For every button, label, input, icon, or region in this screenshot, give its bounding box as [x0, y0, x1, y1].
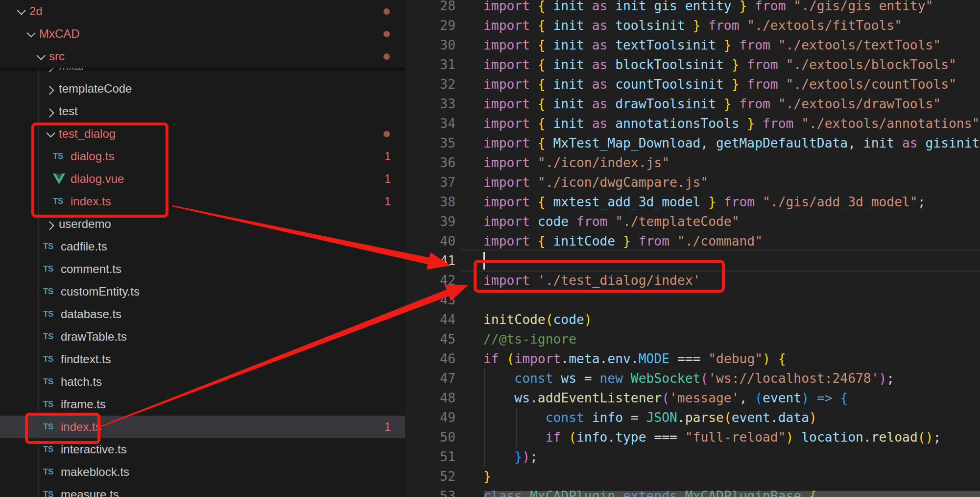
code-text: ws.addEventListener('message', (event) =…	[483, 391, 848, 405]
chevron-down-icon	[24, 31, 36, 37]
tree-item-test-dialog[interactable]: test_dialog	[0, 123, 405, 145]
code-line[interactable]: 33import { init as drawToolsinit } from …	[405, 94, 980, 114]
code-line[interactable]: 51 });	[405, 447, 980, 467]
tree-item-label: customEntity.ts	[61, 285, 140, 298]
code-text: if (import.meta.env.MODE === "debug") {	[483, 351, 786, 366]
typescript-file-icon: TS	[43, 242, 58, 251]
vue-file-icon	[53, 174, 68, 184]
code-line[interactable]: 46if (import.meta.env.MODE === "debug") …	[405, 349, 980, 369]
chevron-right-icon	[43, 86, 56, 92]
problem-count-badge: 1	[384, 421, 391, 434]
tree-item-test[interactable]: test	[0, 100, 405, 123]
sticky-shadow	[0, 68, 405, 72]
line-number: 46	[405, 351, 455, 366]
tree-item-label: hatch.ts	[61, 375, 102, 389]
typescript-file-icon: TS	[53, 197, 68, 206]
tree-item-measure-ts[interactable]: TSmeasure.ts	[0, 483, 405, 497]
code-line[interactable]: 28import { init as init_gis_entity } fro…	[405, 0, 980, 16]
code-line[interactable]: 48 ws.addEventListener('message', (event…	[405, 388, 980, 408]
chevron-down-icon	[33, 53, 46, 60]
modified-dot	[383, 8, 390, 15]
tree-item-templatecode[interactable]: templateCode	[0, 77, 405, 100]
line-number: 51	[405, 449, 455, 464]
tree-item-makeblock-ts[interactable]: TSmakeblock.ts	[0, 461, 405, 483]
tree-item-interactive-ts[interactable]: TSinteractive.ts	[0, 438, 405, 461]
line-number: 50	[405, 430, 455, 445]
explorer-sidebar: mxaitemplateCodetesttest_dialogTSdialog.…	[0, 0, 406, 497]
code-line[interactable]: 34import { init as annotationsTools } fr…	[405, 114, 980, 133]
line-number: 45	[405, 332, 455, 347]
tree-item-mxcad[interactable]: MxCAD	[0, 23, 405, 45]
typescript-file-icon: TS	[53, 151, 68, 161]
tree-item-hatch-ts[interactable]: TShatch.ts	[0, 371, 405, 393]
line-number: 43	[405, 293, 455, 307]
code-line[interactable]: 37import "./icon/dwgCampare.js"	[405, 173, 980, 192]
line-number: 28	[405, 0, 455, 13]
tree-item-label: makeblock.ts	[61, 465, 129, 479]
line-number: 39	[405, 214, 455, 229]
code-text: }	[483, 469, 491, 484]
code-line[interactable]: 35import { MxTest_Map_Download, getMapDe…	[405, 133, 980, 153]
indent-guide	[484, 369, 485, 467]
code-text: import { init as init_gis_entity } from …	[483, 0, 933, 13]
tree-item-index-ts[interactable]: TSindex.ts1	[0, 416, 405, 438]
code-text: import { mxtest_add_3d_model } from "./g…	[483, 195, 926, 209]
tree-item-findtext-ts[interactable]: TSfindtext.ts	[0, 348, 405, 371]
typescript-file-icon: TS	[43, 422, 58, 432]
code-line[interactable]: 43	[405, 290, 980, 310]
chevron-right-icon	[43, 221, 56, 227]
code-line[interactable]: 29import { init as toolsinit } from "./e…	[405, 16, 980, 35]
tree-item-drawtable-ts[interactable]: TSdrawTable.ts	[0, 325, 405, 348]
code-line[interactable]: 45//@ts-ignore	[405, 329, 980, 349]
problem-count-badge: 1	[384, 150, 391, 163]
tree-item-label: templateCode	[59, 82, 132, 96]
code-line[interactable]: 50 if (info.type === "full-reload") loca…	[405, 427, 980, 447]
line-number: 35	[405, 136, 455, 150]
indent-guide	[516, 408, 517, 447]
tree-item-index-ts[interactable]: TSindex.ts1	[0, 190, 405, 213]
code-line[interactable]: 42import './test_dialog/index'	[405, 271, 980, 290]
code-line[interactable]: 38import { mxtest_add_3d_model } from ".…	[405, 192, 980, 212]
tree-item-customentity-ts[interactable]: TScustomEntity.ts	[0, 280, 405, 303]
code-line[interactable]: 41	[405, 251, 980, 271]
code-line[interactable]: 52}	[405, 467, 980, 486]
horizontal-scrollbar[interactable]	[484, 491, 980, 497]
typescript-file-icon: TS	[43, 332, 58, 342]
typescript-file-icon: TS	[43, 377, 58, 387]
tree-item-iframe-ts[interactable]: TSiframe.ts	[0, 393, 405, 416]
code-text: const info = JSON.parse(event.data)	[483, 410, 817, 425]
typescript-file-icon: TS	[43, 264, 58, 274]
tree-item-label: MxCAD	[39, 27, 80, 41]
code-lines: 28import { init as init_gis_entity } fro…	[405, 0, 980, 497]
file-tree: mxaitemplateCodetesttest_dialogTSdialog.…	[0, 55, 405, 497]
chevron-down-icon	[43, 131, 56, 137]
tree-item-database-ts[interactable]: TSdatabase.ts	[0, 303, 405, 325]
code-line[interactable]: 39import code from "./templateCode"	[405, 212, 980, 231]
tree-item-cadfile-ts[interactable]: TScadfile.ts	[0, 235, 405, 258]
tree-item-comment-ts[interactable]: TScomment.ts	[0, 258, 405, 280]
tree-item-2d[interactable]: 2d	[0, 0, 405, 23]
typescript-file-icon: TS	[43, 399, 58, 409]
tree-item-dialog-vue[interactable]: dialog.vue1	[0, 168, 405, 190]
code-editor[interactable]: 28import { init as init_gis_entity } fro…	[405, 0, 980, 497]
typescript-file-icon: TS	[43, 354, 58, 364]
code-line[interactable]: 40import { initCode } from "./command"	[405, 231, 980, 251]
modified-dot	[383, 31, 390, 37]
code-text: import "./icon/dwgCampare.js"	[483, 175, 708, 190]
code-line[interactable]: 44initCode(code)	[405, 310, 980, 329]
tree-item-label: findtext.ts	[61, 352, 111, 366]
tree-item-src[interactable]: src	[0, 45, 405, 68]
code-line[interactable]: 47 const ws = new WebSocket('ws://localh…	[405, 369, 980, 388]
tree-item-dialog-ts[interactable]: TSdialog.ts1	[0, 145, 405, 168]
tree-item-userdemo[interactable]: userdemo	[0, 213, 405, 235]
tree-item-label: dialog.ts	[71, 149, 114, 163]
code-line[interactable]: 31import { init as blockToolsinit } from…	[405, 55, 980, 75]
problem-count-badge: 1	[384, 173, 391, 186]
line-number: 30	[405, 38, 455, 52]
code-line[interactable]: 36import "./icon/index.js"	[405, 153, 980, 173]
tree-item-label: test	[59, 104, 78, 118]
code-line[interactable]: 32import { init as countToolsinit } from…	[405, 75, 980, 94]
code-line[interactable]: 49 const info = JSON.parse(event.data)	[405, 408, 980, 427]
code-line[interactable]: 30import { init as textToolsinit } from …	[405, 35, 980, 55]
vscode-window: mxaitemplateCodetesttest_dialogTSdialog.…	[0, 0, 980, 497]
